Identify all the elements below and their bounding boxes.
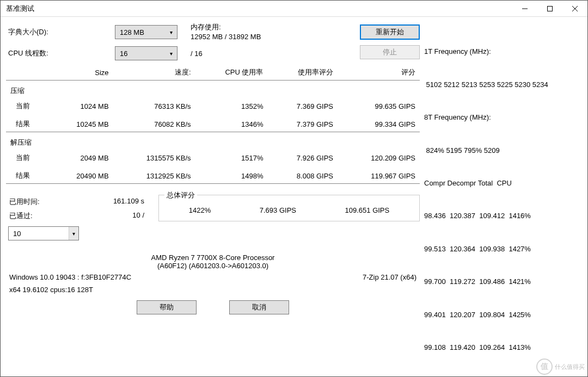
- arch-info: x64 19.6102 cpus:16 128T: [9, 286, 93, 294]
- overall-cpu: 1422%: [189, 206, 211, 214]
- elapsed-value: 161.109 s: [113, 197, 144, 207]
- freq-1t: 5102 5212 5213 5253 5225 5230 5234: [424, 79, 582, 90]
- stats-row: 99.401 120.207 109.804 1425%: [424, 310, 582, 320]
- compress-section: 压缩: [6, 81, 420, 99]
- svg-rect-1: [548, 6, 553, 11]
- stats-row: 99.513 120.364 109.938 1427%: [424, 244, 582, 255]
- cpu-name: AMD Ryzen 7 7700X 8-Core Processor: [6, 254, 420, 262]
- col-size: Size: [50, 65, 113, 81]
- window-controls: [512, 1, 587, 17]
- stats-row: 99.700 119.272 109.486 1421%: [424, 276, 582, 287]
- freq-8t: 824% 5195 795% 5209: [424, 145, 582, 156]
- freq-8t-label: 8T Frequency (MHz):: [424, 112, 582, 123]
- window-title: 基准测试: [6, 4, 512, 14]
- restart-button[interactable]: 重新开始: [360, 24, 420, 40]
- passes-label: 已通过:: [9, 211, 132, 221]
- footer-info: AMD Ryzen 7 7700X 8-Core Processor (A60F…: [6, 244, 420, 314]
- chevron-down-icon: ▾: [69, 227, 78, 240]
- chevron-down-icon: ▾: [170, 51, 173, 57]
- stop-button: 停止: [360, 45, 420, 59]
- stats-row: 99.108 119.420 109.264 1413%: [424, 342, 582, 353]
- watermark: 值 什么值得买: [536, 359, 585, 375]
- threads-select[interactable]: 16 ▾: [115, 46, 177, 60]
- cpu-id: (A60F12) (A601203.0->A601203.0): [6, 262, 420, 270]
- app-info: 7-Zip 21.07 (x64): [363, 273, 416, 281]
- watermark-text: 什么值得买: [555, 363, 585, 371]
- memory-label: 内存使用:: [191, 22, 261, 32]
- content-area: 字典大小(D): 128 MB ▾ 内存使用: 12952 MB / 31892…: [1, 17, 587, 377]
- threads-value: 16: [120, 50, 127, 58]
- results-table: Size 速度: CPU 使用率 使用率评分 评分 压缩 当前 1024 MB …: [6, 65, 420, 184]
- top-form: 字典大小(D): 128 MB ▾ 内存使用: 12952 MB / 31892…: [6, 22, 420, 65]
- col-rpu: 使用率评分: [267, 65, 338, 81]
- stats-row: 98.436 120.387 109.412 1416%: [424, 211, 582, 221]
- stats-header: Compr Decompr Total CPU: [424, 178, 582, 189]
- overall-rating: 总体评分 1422% 7.693 GIPS 109.651 GIPS: [158, 195, 420, 221]
- freq-1t-label: 1T Frequency (MHz):: [424, 46, 582, 57]
- close-button[interactable]: [562, 1, 587, 17]
- stats-row: 99.552 120.368 109.960 1427%: [424, 375, 582, 378]
- col-rating: 评分: [338, 65, 420, 81]
- cancel-button[interactable]: 取消: [229, 300, 289, 314]
- os-info: Windows 10.0 19043 : f:3FB10F2774C: [9, 273, 131, 281]
- passes-select[interactable]: 10 ▾: [8, 226, 79, 240]
- decompress-section: 解压缩: [6, 132, 420, 151]
- col-speed: 速度:: [113, 65, 195, 81]
- left-panel: 字典大小(D): 128 MB ▾ 内存使用: 12952 MB / 31892…: [6, 22, 420, 377]
- lower-area: 已用时间:161.109 s 已通过:10 / 10 ▾ 总体评分 1422% …: [6, 195, 420, 240]
- table-row: 当前 1024 MB 76313 KB/s 1352% 7.369 GIPS 9…: [6, 98, 420, 114]
- threads-label: CPU 线程数:: [6, 48, 115, 58]
- threads-total: / 16: [191, 50, 203, 58]
- chevron-down-icon: ▾: [170, 29, 173, 35]
- overall-title: 总体评分: [164, 190, 197, 200]
- dict-size-select[interactable]: 128 MB ▾: [115, 25, 177, 39]
- help-button[interactable]: 帮助: [137, 300, 197, 314]
- titlebar: 基准测试: [1, 1, 587, 17]
- side-panel: 1T Frequency (MHz): 5102 5212 5213 5253 …: [424, 22, 582, 377]
- col-cpu: CPU 使用率: [195, 65, 268, 81]
- overall-rating: 109.651 GIPS: [345, 206, 390, 214]
- dict-size-label: 字典大小(D):: [6, 27, 115, 37]
- overall-rpu: 7.693 GIPS: [260, 206, 296, 214]
- maximize-button[interactable]: [537, 1, 562, 17]
- watermark-icon: 值: [536, 359, 553, 375]
- elapsed-label: 已用时间:: [9, 197, 113, 207]
- minimize-button[interactable]: [512, 1, 537, 17]
- table-row: 结果 20490 MB 1312925 KB/s 1498% 8.008 GIP…: [6, 165, 420, 184]
- memory-value: 12952 MB / 31892 MB: [191, 32, 261, 42]
- table-row: 当前 2049 MB 1315575 KB/s 1517% 7.926 GIPS…: [6, 150, 420, 165]
- memory-usage: 内存使用: 12952 MB / 31892 MB: [191, 22, 261, 42]
- dict-size-value: 128 MB: [120, 28, 144, 36]
- table-row: 结果 10245 MB 76082 KB/s 1346% 7.379 GIPS …: [6, 114, 420, 132]
- passes-value: 10 /: [132, 211, 144, 221]
- benchmark-window: 基准测试 字典大小(D): 128 MB ▾ 内存使用:: [0, 0, 588, 377]
